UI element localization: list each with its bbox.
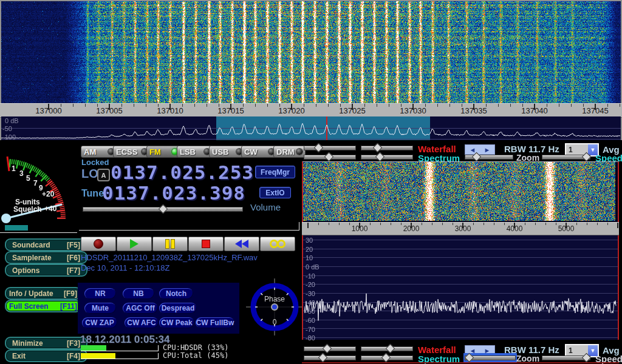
samplerate-button[interactable]: Samplerate[F6]	[5, 251, 87, 264]
slider-thumb[interactable]	[375, 152, 385, 162]
extio-button[interactable]: ExtIO	[259, 187, 291, 198]
phase-dot-icon	[272, 304, 278, 310]
spectrum-ref-slider-2[interactable]	[304, 354, 356, 361]
mode-cw-button[interactable]: CW	[241, 146, 278, 158]
waterfall-contrast-slider[interactable]	[361, 144, 413, 151]
arrow-right-icon[interactable]: ►	[484, 146, 491, 153]
mode-fm-button[interactable]: FM	[146, 146, 181, 158]
mode-label: CW	[244, 147, 258, 157]
loop-button[interactable]	[260, 237, 295, 251]
button-key: [F6]	[67, 254, 80, 262]
button-label: Options	[12, 266, 39, 275]
despread-button[interactable]: Despread	[159, 303, 197, 314]
slider-thumb[interactable]	[158, 204, 168, 214]
play-button[interactable]	[117, 237, 152, 251]
slider-thumb[interactable]	[372, 143, 382, 153]
spectrum-range-slider-2[interactable]	[361, 354, 413, 361]
freq-tick-label: 137000	[30, 106, 67, 115]
cw-fullbw-button[interactable]: CW FullBw	[196, 317, 234, 328]
mode-am-button[interactable]: AM	[81, 146, 117, 158]
af-spectrum-display[interactable]: 30 20 10 0 dB -10 -20 -30 -40 -50 -60 -7…	[302, 235, 619, 340]
slider-thumb[interactable]	[381, 353, 391, 363]
mode-drm-button[interactable]: DRM	[273, 146, 306, 158]
rewind-button[interactable]	[224, 237, 259, 251]
phase-indicator: Phase 0	[246, 278, 303, 335]
smeter-scale-label: 7	[33, 179, 38, 187]
waterfall-brightness-slider-2[interactable]	[304, 345, 356, 352]
mode-label: LSB	[180, 147, 196, 157]
cw-peak-button[interactable]: CW Peak	[159, 317, 194, 328]
slider-thumb[interactable]	[386, 344, 395, 354]
slider-track[interactable]	[361, 155, 413, 160]
cpu-hdsdr-fill	[81, 345, 106, 351]
speed-slider-2[interactable]	[542, 354, 590, 361]
mode-ecss-button[interactable]: ECSS	[113, 146, 151, 158]
button-key: [F11]	[60, 302, 77, 311]
agc-off-button[interactable]: AGC Off	[123, 303, 158, 314]
cw-zap-button[interactable]: CW ZAP	[82, 317, 117, 328]
tune-frequency-display[interactable]: 0137.023.398	[102, 182, 245, 204]
slider-track[interactable]	[304, 356, 356, 360]
slider-thumb[interactable]	[314, 143, 324, 153]
slider-thumb[interactable]	[472, 152, 482, 162]
full-screen-button[interactable]: Full Screen[F11]	[5, 300, 81, 312]
freq-tick-label: 137045	[577, 106, 613, 115]
nr-button[interactable]: NR	[84, 288, 116, 299]
waterfall-brightness-slider[interactable]	[304, 144, 356, 151]
spectrum-range-slider[interactable]	[361, 153, 413, 160]
slider-track[interactable]	[304, 146, 356, 150]
slider-thumb[interactable]	[582, 152, 592, 162]
db-label: -60	[306, 317, 315, 324]
button-label: Full Screen	[9, 302, 49, 311]
main-waterfall-display[interactable]	[1, 1, 621, 103]
pause-button[interactable]	[152, 237, 188, 251]
arrow-left-icon[interactable]: ◄	[470, 146, 476, 153]
freqmgr-button[interactable]: FreqMgr	[255, 166, 295, 178]
phase-value: 0	[273, 318, 277, 326]
af-waterfall-display[interactable]	[303, 162, 615, 221]
zoom-slider-2[interactable]	[465, 354, 516, 361]
loop-icon	[277, 240, 285, 248]
main-frequency-scale[interactable]: 137000 137005 137010 137015 137020 13702…	[0, 103, 622, 118]
freq-tick-label: 137005	[91, 106, 128, 115]
slider-thumb[interactable]	[322, 344, 332, 354]
locked-label: Locked	[81, 158, 109, 167]
mode-usb-button[interactable]: USB	[209, 146, 245, 158]
record-button[interactable]	[81, 237, 116, 251]
smeter-scale-label: 5	[26, 174, 30, 183]
zoom-slider-2-focus	[463, 353, 517, 363]
stop-button[interactable]	[188, 237, 224, 251]
lo-frequency-display[interactable]: 0137.025.253	[111, 161, 254, 183]
slider-track[interactable]	[361, 146, 413, 150]
slider-thumb[interactable]	[582, 353, 592, 363]
nb-button[interactable]: NB	[123, 288, 154, 299]
slider-thumb[interactable]	[464, 353, 474, 363]
volume-slider[interactable]	[83, 206, 243, 212]
main-spectrum-display[interactable]: 0 dB -50 -100	[1, 116, 621, 140]
minimize-button[interactable]: Minimize[F3]	[5, 337, 87, 349]
squelch-level-indicator[interactable]	[5, 225, 28, 231]
options-button[interactable]: Options[F7]	[5, 264, 87, 277]
recording-file-name: HDSDR_20111210_120938Z_137025kHz_RF.wav	[81, 253, 258, 262]
freq-tick-label: 137030	[395, 106, 431, 115]
zoom-slider[interactable]	[465, 153, 513, 160]
waterfall-contrast-slider-2[interactable]	[361, 345, 413, 352]
af-frequency-scale[interactable]: 1000 2000 3000 4000 5000	[302, 222, 619, 235]
button-label: Soundcard	[12, 241, 50, 249]
slider-thumb[interactable]	[324, 152, 334, 162]
lo-lock-icon[interactable]: A	[97, 169, 110, 181]
info-update-button[interactable]: Info / Update[F9]	[5, 287, 81, 300]
exit-button[interactable]: Exit[F4]	[5, 349, 87, 362]
mode-lsb-button[interactable]: LSB	[177, 146, 213, 158]
notch-button[interactable]: Notch	[159, 288, 193, 299]
db-label: -50	[2, 125, 12, 132]
mute-button[interactable]: Mute	[84, 303, 116, 314]
spectrum-ref-slider[interactable]	[304, 153, 356, 160]
speed-slider[interactable]	[542, 153, 590, 160]
cw-afc-button[interactable]: CW AFC	[125, 317, 159, 328]
mode-label: DRM	[276, 147, 295, 157]
soundcard-button[interactable]: Soundcard[F5]	[5, 238, 87, 251]
main-spectrum-trace	[1, 116, 621, 140]
bottom-border	[302, 362, 619, 363]
slider-thumb[interactable]	[318, 353, 328, 363]
